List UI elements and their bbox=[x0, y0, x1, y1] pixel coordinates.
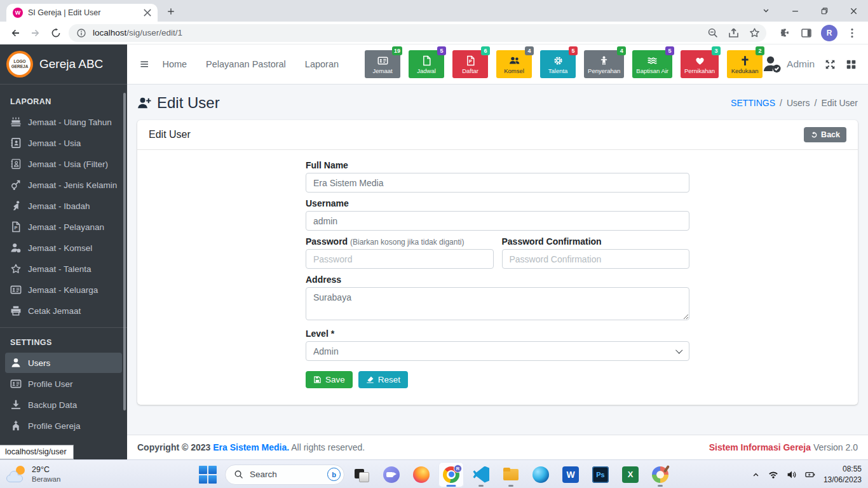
screen: W SI Gereja | Edit User localhost/sig/us… bbox=[0, 0, 868, 488]
tile-label: Jemaat bbox=[372, 67, 392, 74]
taskbar-photoshop-icon[interactable] bbox=[588, 462, 613, 487]
address-bar[interactable]: localhost/sig/user/edit/1 bbox=[69, 24, 766, 42]
sidebar-item-jemaat-keluarga[interactable]: Jemaat - Keluarga bbox=[5, 280, 122, 300]
breadcrumb-settings[interactable]: SETTINGS bbox=[731, 98, 775, 108]
fullscreen-icon[interactable] bbox=[825, 59, 836, 70]
sidebar-item-label: Jemaat - Usia bbox=[28, 139, 81, 148]
user-menu[interactable]: Admin bbox=[763, 55, 815, 74]
back-nav-icon[interactable] bbox=[7, 25, 24, 41]
reload-icon[interactable] bbox=[48, 25, 64, 41]
sidebar-item-jemaat-ulang-tahun[interactable]: Jemaat - Ulang Tahun bbox=[5, 112, 122, 132]
sidebar-item-jemaat-usia-filter[interactable]: Jemaat - Usia (Filter) bbox=[5, 154, 122, 174]
share-icon[interactable] bbox=[728, 27, 739, 38]
task-view-app-icon bbox=[353, 466, 370, 483]
start-button[interactable] bbox=[195, 462, 220, 487]
footer-copyright: Copyright © 2023 Era Sistem Media. All r… bbox=[137, 442, 365, 452]
full-name-label: Full Name bbox=[306, 160, 689, 170]
photoshop-app-icon bbox=[592, 466, 609, 483]
password-confirmation-field[interactable] bbox=[502, 249, 690, 269]
browser-tab[interactable]: W SI Gereja | Edit User bbox=[6, 4, 158, 22]
address-book-icon bbox=[10, 137, 22, 149]
taskbar-chrome-icon[interactable]: R bbox=[438, 462, 464, 487]
app-window: LOGO GEREJA Gereja ABC LAPORANJemaat - U… bbox=[0, 44, 868, 459]
minimize-button[interactable] bbox=[780, 0, 810, 22]
sidebar-item-jemaat-ibadah[interactable]: Jemaat - Ibadah bbox=[5, 196, 122, 216]
save-button[interactable]: Save bbox=[306, 371, 353, 388]
tab-close-icon[interactable] bbox=[142, 8, 153, 18]
browser-profile-avatar[interactable]: R bbox=[821, 25, 837, 41]
taskbar-chat-icon[interactable] bbox=[379, 462, 404, 487]
tile-talenta[interactable]: 5Talenta bbox=[540, 50, 576, 78]
sidebar-item-jemaat-jenis-kelamin[interactable]: Jemaat - Jenis Kelamin bbox=[5, 175, 122, 195]
tab-search-button[interactable] bbox=[751, 0, 780, 22]
new-tab-button[interactable] bbox=[163, 3, 179, 20]
sidebar-item-jemaat-pelayanan[interactable]: PJemaat - Pelayanan bbox=[5, 217, 122, 237]
tile-baptisan-air[interactable]: 5Baptisan Air bbox=[632, 50, 672, 78]
tile-komsel[interactable]: 4Komsel bbox=[496, 50, 532, 78]
forward-nav-icon[interactable] bbox=[27, 25, 44, 41]
tile-pernikahan[interactable]: 3Pernikahan bbox=[681, 50, 719, 78]
tile-jemaat[interactable]: 19Jemaat bbox=[365, 50, 400, 78]
reset-button[interactable]: Reset bbox=[358, 371, 408, 388]
level-select[interactable]: Admin bbox=[306, 341, 689, 361]
site-info-icon[interactable] bbox=[76, 28, 86, 38]
sidebar-brand[interactable]: LOGO GEREJA Gereja ABC bbox=[0, 44, 127, 85]
sidebar-item-jemaat-usia[interactable]: Jemaat - Usia bbox=[5, 133, 122, 153]
word-app-icon bbox=[562, 466, 579, 483]
taskbar-firefox-icon[interactable] bbox=[409, 462, 434, 487]
full-name-field[interactable] bbox=[306, 173, 689, 193]
taskbar-search[interactable]: Search b bbox=[225, 464, 344, 485]
tile-daftar[interactable]: 6PDaftar bbox=[452, 50, 488, 78]
sidebar-item-users[interactable]: Users bbox=[5, 353, 122, 373]
tile-kedukaan[interactable]: 2Kedukaan bbox=[727, 50, 763, 78]
taskbar-weather-widget[interactable]: 29°C Berawan bbox=[6, 460, 60, 488]
username-field[interactable] bbox=[306, 211, 689, 231]
password-field[interactable] bbox=[306, 249, 494, 269]
link-status-tooltip: localhost/sig/user bbox=[0, 445, 74, 459]
breadcrumb-users[interactable]: Users bbox=[787, 98, 810, 108]
sidebar-item-jemaat-komsel[interactable]: Jemaat - Komsel bbox=[5, 238, 122, 258]
tile-penyerahan[interactable]: 4Penyerahan bbox=[584, 50, 624, 78]
apps-grid-icon[interactable] bbox=[846, 59, 857, 70]
firefox-app-icon bbox=[413, 466, 430, 483]
tile-jadwal[interactable]: 5Jadwal bbox=[409, 50, 444, 78]
address-field[interactable]: Surabaya bbox=[306, 287, 689, 320]
file-p-icon: P bbox=[10, 221, 22, 233]
close-button[interactable] bbox=[839, 0, 868, 22]
extensions-icon[interactable] bbox=[779, 27, 790, 39]
taskbar-vscode-icon[interactable] bbox=[468, 462, 494, 487]
tile-badge: 4 bbox=[525, 46, 534, 55]
praying-icon bbox=[10, 200, 22, 212]
nav-link-laporan[interactable]: Laporan bbox=[295, 59, 348, 69]
sidebar-item-cetak-jemaat[interactable]: Cetak Jemaat bbox=[5, 301, 122, 321]
side-panel-icon[interactable] bbox=[801, 27, 812, 39]
zoom-icon[interactable] bbox=[707, 27, 718, 38]
taskbar-task-view-icon[interactable] bbox=[349, 462, 374, 487]
sidebar-scrollbar[interactable] bbox=[123, 93, 126, 410]
taskbar-clock[interactable]: 08:55 13/06/2023 bbox=[824, 464, 862, 484]
nav-link-pelayanan-pastoral[interactable]: Pelayanan Pastoral bbox=[196, 59, 295, 69]
volume-icon[interactable] bbox=[787, 470, 797, 480]
taskbar-word-icon[interactable] bbox=[558, 462, 583, 487]
wifi-icon[interactable] bbox=[768, 470, 778, 480]
nav-link-home[interactable]: Home bbox=[153, 59, 196, 69]
sidebar-item-profile-user[interactable]: Profile User bbox=[5, 374, 122, 394]
sidebar-item-backup-data[interactable]: Backup Data bbox=[5, 395, 122, 415]
company-link[interactable]: Era Sistem Media. bbox=[213, 442, 289, 452]
restore-button[interactable] bbox=[810, 0, 839, 22]
taskbar-paint-icon[interactable] bbox=[648, 462, 673, 487]
sidebar-item-profile-gereja[interactable]: Profile Gereja bbox=[5, 416, 122, 436]
bookmark-star-icon[interactable] bbox=[749, 27, 760, 38]
tray-chevron-icon[interactable] bbox=[752, 470, 760, 478]
tray-date: 13/06/2023 bbox=[824, 475, 862, 485]
battery-icon[interactable] bbox=[805, 470, 815, 480]
sidebar-item-jemaat-talenta[interactable]: Jemaat - Talenta bbox=[5, 259, 122, 279]
browser-menu-icon[interactable] bbox=[846, 27, 858, 39]
taskbar-edge-icon[interactable] bbox=[528, 462, 553, 487]
hamburger-icon[interactable] bbox=[140, 58, 149, 70]
address-label: Address bbox=[306, 274, 689, 285]
back-button[interactable]: Back bbox=[804, 127, 846, 142]
taskbar-excel-icon[interactable] bbox=[618, 462, 643, 487]
tile-label: Komsel bbox=[504, 67, 524, 74]
taskbar-file-explorer-icon[interactable] bbox=[498, 462, 524, 487]
